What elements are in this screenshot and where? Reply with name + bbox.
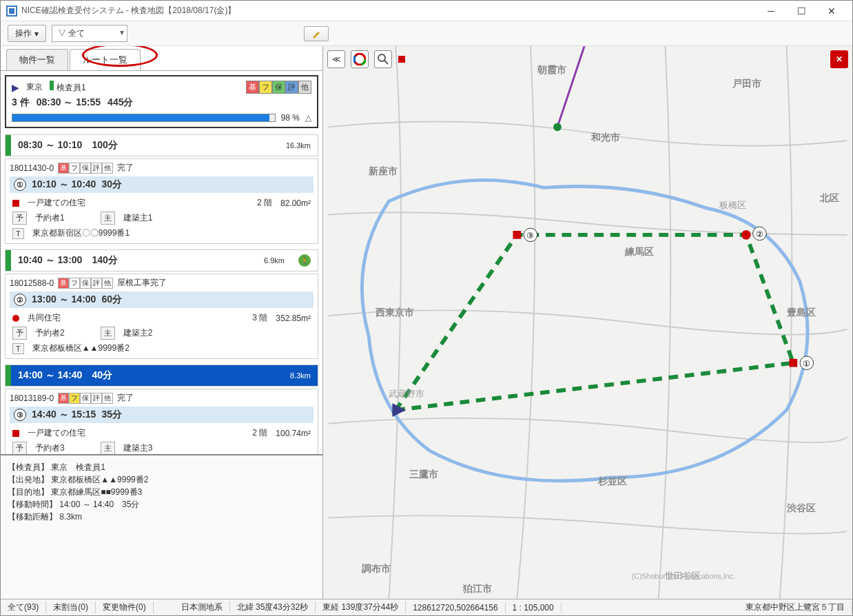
stop-item[interactable]: 18011430-0 基 フ 保 評 他 完了 ① 10:10 ～ 10:40 (5, 158, 318, 244)
purple-route-line (557, 46, 584, 127)
map-label: 渋谷区 (786, 503, 816, 513)
area: 100.74m² (276, 429, 311, 438)
status-address: 東京都中野区上鷺宮５丁目 (739, 602, 852, 613)
map-label: 狛江市 (462, 583, 492, 594)
svg-rect-8 (398, 56, 405, 63)
toolbar: 操作 ▾ ▽ 全て (1, 21, 852, 46)
total-duration: 445分 (107, 96, 133, 109)
tab-property-list[interactable]: 物件一覧 (6, 49, 68, 70)
stop-id: 18013189-0 (10, 393, 54, 403)
stop-item[interactable]: 18012588-0 基 フ 保 評 他 屋根工事完了 ② 13:00 ～ 14… (5, 274, 318, 359)
red-circle-icon (12, 315, 19, 322)
zoom-button[interactable] (374, 50, 392, 68)
map-label: 三鷹市 (409, 469, 438, 480)
map-label: 板橋区 (719, 200, 746, 210)
flag-icon: ▶ (12, 82, 19, 93)
tabs: 物件一覧 ルート一覧 (1, 46, 322, 71)
status-unassigned[interactable]: 未割当(0) (46, 602, 96, 613)
stop-number: ② (14, 294, 26, 306)
map-label: 西東京市 (375, 307, 414, 318)
map-label: 練馬区 (624, 247, 654, 257)
stop-marker-1[interactable] (789, 359, 797, 367)
stop-number: ③ (14, 409, 26, 421)
area: 352.85m² (276, 314, 311, 323)
inspector-color-icon (50, 81, 54, 90)
category-badges: 基 フ 保 評 他 (246, 81, 311, 94)
window-title: NICE確認検査受付システム - 検査地図【2018/08/17(金)】 (21, 5, 756, 17)
filter-dropdown[interactable]: ▽ 全て (52, 25, 127, 42)
tab-route-list[interactable]: ルート一覧 (70, 49, 141, 70)
app-icon (6, 6, 17, 17)
close-button[interactable]: ✕ (816, 1, 847, 21)
travel-segment[interactable]: 10:40 ～ 13:00 140分 6.9km 🚶 (5, 249, 318, 271)
stop-status: 完了 (117, 392, 134, 404)
map-label: 武蔵野市 (389, 389, 424, 399)
map-label: 杉並区 (597, 476, 627, 486)
progress-percent: 98 % (281, 113, 300, 123)
status-lon: 東経 139度37分44秒 (316, 602, 406, 613)
map-label: 朝霞市 (537, 64, 566, 75)
stop-id: 18011430-0 (10, 163, 54, 173)
travel-segment[interactable]: 08:30 ～ 10:10 100分 16.3km (5, 134, 318, 156)
color-wheel-icon (353, 53, 366, 65)
building-type: 一戸建ての住宅 (28, 197, 85, 209)
svg-text:③: ③ (526, 231, 534, 240)
floors: 2 階 (257, 197, 272, 209)
building-type: 一戸建ての住宅 (28, 427, 85, 439)
titlebar: NICE確認検査受付システム - 検査地図【2018/08/17(金)】 ─ ☐… (1, 1, 852, 21)
map-label: 戸田市 (732, 78, 761, 89)
map-label: 調布市 (362, 563, 391, 574)
stop-marker-2[interactable] (741, 230, 751, 240)
operation-dropdown[interactable]: 操作 ▾ (8, 25, 46, 42)
map-label: 和光市 (590, 132, 620, 143)
route-list[interactable]: 08:30 ～ 10:10 100分 16.3km 18011430-0 基 フ… (1, 132, 322, 454)
detail-panel: 【検査員】 東京 検査員1 【出発地】 東京都板橋区▲▲9999番2 【目的地】… (1, 454, 322, 599)
status-datum: 日本測地系 (174, 602, 230, 613)
stop-status: 完了 (117, 162, 134, 174)
red-square-icon (12, 200, 19, 207)
map-canvas[interactable]: ① ② ③ 朝霞市 和光市 戸田市 練馬区 豊島区 北区 板橋区 西東京市 渋谷… (323, 46, 852, 599)
map-label: 豊島区 (786, 307, 816, 318)
address: 東京都新宿区〇〇9999番1 (32, 227, 130, 239)
edit-button[interactable] (304, 26, 329, 41)
stop-count: 3 件 (12, 96, 30, 109)
minimize-button[interactable]: ─ (756, 1, 786, 21)
travel-segment-selected[interactable]: 14:00 ～ 14:40 40分 8.3km (5, 365, 318, 387)
status-lat: 北緯 35度43分32秒 (230, 602, 316, 613)
map-label: 北区 (819, 193, 839, 203)
route-summary: ▶ 東京 検査員1 基 フ 保 評 他 3 件 08:30 ～ 15:55 44… (5, 75, 318, 128)
svg-line-7 (384, 61, 388, 64)
status-all[interactable]: 全て(93) (1, 602, 46, 613)
status-scale: 1 : 105,000 (506, 603, 562, 613)
maximize-button[interactable]: ☐ (786, 1, 816, 21)
address: 東京都板橋区▲▲9999番2 (32, 342, 130, 354)
map-close-button[interactable]: ✕ (830, 50, 848, 68)
floors: 2 階 (252, 427, 267, 439)
inspector-name: 検査員1 (56, 83, 86, 92)
funnel-icon: ▽ (58, 28, 66, 38)
map-area[interactable]: ≪ ✕ (323, 46, 852, 599)
route-path (395, 235, 793, 410)
stop-number: ① (14, 178, 26, 191)
stop-marker-3[interactable] (513, 231, 521, 239)
status-changed[interactable]: 変更物件(0) (96, 602, 154, 613)
green-endpoint-marker (553, 123, 562, 131)
walk-icon: 🚶 (298, 254, 311, 267)
map-collapse-button[interactable]: ≪ (327, 50, 345, 68)
origin-label: 東京 (26, 81, 43, 93)
status-xy: 128612720,502664156 (406, 603, 505, 613)
stop-item[interactable]: 18013189-0 基 フ 保 評 他 完了 ③ 14:40 ～ 15:15 (5, 389, 318, 454)
color-wheel-button[interactable] (351, 50, 369, 68)
stop-id: 18012588-0 (10, 278, 54, 288)
statusbar: 全て(93) 未割当(0) 変更物件(0) 日本測地系 北緯 35度43分32秒… (1, 599, 852, 615)
red-square-icon (12, 430, 19, 437)
total-time: 08:30 ～ 15:55 (37, 96, 101, 109)
warning-icon: △ (305, 113, 311, 123)
red-marker-icon (398, 55, 406, 63)
area: 82.00m² (280, 198, 311, 208)
map-copyright: (C)Shobunsha Publications,Inc. (632, 572, 736, 580)
progress-bar (12, 114, 276, 122)
svg-text:②: ② (756, 229, 763, 238)
stop-status: 屋根工事完了 (117, 277, 167, 289)
svg-point-6 (378, 54, 385, 61)
